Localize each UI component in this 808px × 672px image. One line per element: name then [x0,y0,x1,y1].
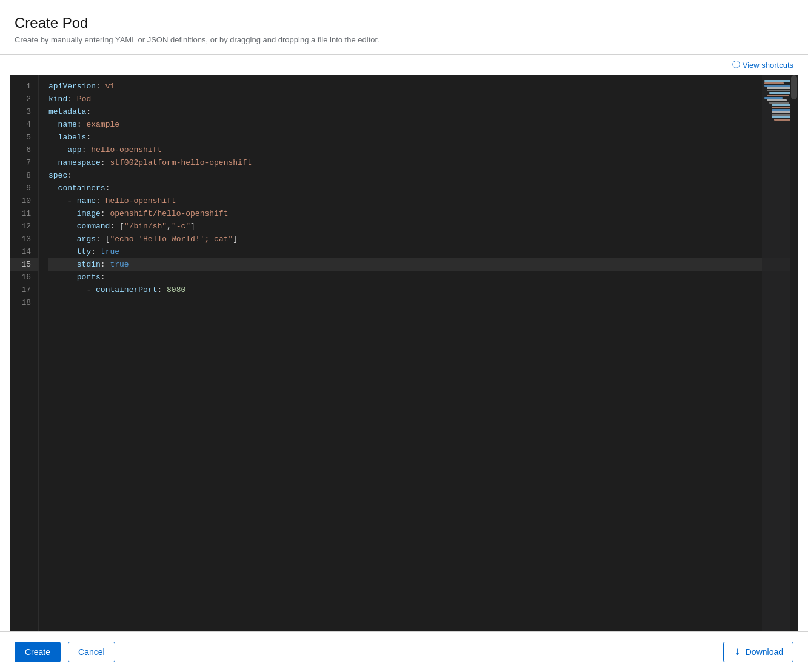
line-number: 18 [10,296,38,309]
code-line: command: ["/bin/sh","-c"] [48,220,798,233]
minimap-line [764,97,783,99]
line-number: 12 [10,220,38,233]
code-line: metadata: [48,105,798,118]
line-number: 8 [10,169,38,182]
footer: Create Cancel ⭳ Download [0,631,808,672]
page-header: Create Pod Create by manually entering Y… [0,0,808,55]
code-line: - containerPort: 8080 [48,284,798,296]
line-number: 13 [10,233,38,245]
line-number: 16 [10,271,38,284]
download-icon: ⭳ [733,647,742,657]
line-number: 10 [10,195,38,207]
download-button[interactable]: ⭳ Download [723,642,793,662]
line-number: 7 [10,156,38,169]
minimap-line [764,80,792,82]
line-number: 4 [10,118,38,131]
question-icon: ⓘ [732,59,740,70]
minimap-line [764,82,784,84]
line-number: 6 [10,144,38,156]
line-number: 15 [10,258,38,271]
minimap-line [767,99,787,101]
line-numbers: 123456789101112131415161718 [10,75,39,631]
code-line: args: ["echo 'Hello World!'; cat"] [48,233,798,245]
minimap-line [767,87,790,89]
line-number: 11 [10,207,38,220]
code-line: spec: [48,169,798,182]
code-line: image: openshift/hello-openshift [48,207,798,220]
editor-container[interactable]: 123456789101112131415161718 apiVersion: … [10,75,798,631]
page-title: Create Pod [15,15,793,32]
code-line: - name: hello-openshift [48,195,798,207]
scrollbar-track[interactable] [790,75,798,631]
minimap-line [772,109,790,111]
view-shortcuts-label: View shortcuts [743,61,793,70]
line-number: 9 [10,182,38,195]
code-line: stdin: true [48,258,798,271]
code-line: labels: [48,131,798,144]
code-content[interactable]: apiVersion: v1kind: Podmetadata: name: e… [39,75,798,631]
code-line [48,296,798,309]
footer-left: Create Cancel [15,642,115,662]
code-line: tty: true [48,245,798,258]
minimap-line [769,102,789,104]
minimap-line [767,90,791,91]
line-number: 1 [10,80,38,93]
code-line: ports: [48,271,798,284]
line-number: 3 [10,105,38,118]
download-label: Download [746,647,783,657]
code-line: namespace: stf002platform-hello-openshif… [48,156,798,169]
line-number: 17 [10,284,38,296]
code-line: app: hello-openshift [48,144,798,156]
code-line: apiVersion: v1 [48,80,798,93]
page-subtitle: Create by manually entering YAML or JSON… [15,35,793,44]
minimap-line [767,95,789,96]
view-shortcuts-link[interactable]: ⓘ View shortcuts [732,59,793,70]
code-line: containers: [48,182,798,195]
code-line: kind: Pod [48,93,798,105]
scrollbar-thumb[interactable] [791,75,797,99]
create-button[interactable]: Create [15,642,61,662]
code-line: name: example [48,118,798,131]
editor-section: ⓘ View shortcuts 12345678910111213141516… [0,55,808,631]
editor-toolbar: ⓘ View shortcuts [0,55,808,75]
cancel-button[interactable]: Cancel [68,642,115,662]
line-number: 2 [10,93,38,105]
minimap-line [764,85,793,87]
line-number: 14 [10,245,38,258]
line-number: 5 [10,131,38,144]
